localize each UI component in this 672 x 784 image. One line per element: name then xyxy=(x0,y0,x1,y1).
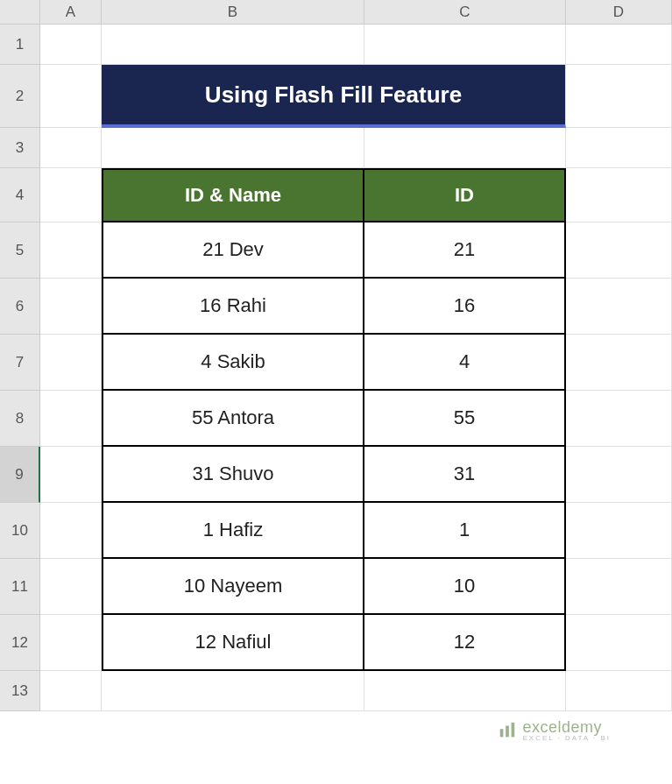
table-header-idname[interactable]: ID & Name xyxy=(102,168,364,222)
cell-idname[interactable]: 31 Shuvo xyxy=(102,447,364,503)
cell-b1[interactable] xyxy=(102,25,364,65)
watermark-tag: EXCEL · DATA · BI xyxy=(522,735,611,742)
row-headers: 1 2 3 4 5 6 7 8 9 10 11 12 13 xyxy=(0,25,40,711)
svg-rect-2 xyxy=(512,723,515,738)
grid-row-1 xyxy=(40,25,672,65)
row-header-1[interactable]: 1 xyxy=(0,25,40,65)
table-row: 10 Nayeem 10 xyxy=(40,559,672,615)
table-row: 21 Dev 21 xyxy=(40,222,672,279)
table-header-id[interactable]: ID xyxy=(364,168,566,222)
row-header-7[interactable]: 7 xyxy=(0,335,40,391)
cell-d8[interactable] xyxy=(566,391,672,447)
cell-idname[interactable]: 21 Dev xyxy=(102,222,364,279)
row-header-6[interactable]: 6 xyxy=(0,279,40,335)
watermark: exceldemy EXCEL · DATA · BI xyxy=(498,719,611,742)
cell-a1[interactable] xyxy=(40,25,102,65)
row-header-9[interactable]: 9 xyxy=(0,447,40,503)
cell-a10[interactable] xyxy=(40,503,102,559)
grid-row-3 xyxy=(40,128,672,168)
row-header-13[interactable]: 13 xyxy=(0,671,40,711)
cell-b13[interactable] xyxy=(102,671,364,711)
table-row: 1 Hafiz 1 xyxy=(40,503,672,559)
cell-id[interactable]: 16 xyxy=(364,279,566,335)
cell-d6[interactable] xyxy=(566,279,672,335)
cell-d1[interactable] xyxy=(566,25,672,65)
cell-d5[interactable] xyxy=(566,222,672,279)
table-row: 12 Nafiul 12 xyxy=(40,615,672,671)
cell-a13[interactable] xyxy=(40,671,102,711)
cell-id[interactable]: 55 xyxy=(364,391,566,447)
cell-a3[interactable] xyxy=(40,128,102,168)
cell-idname[interactable]: 12 Nafiul xyxy=(102,615,364,671)
spreadsheet: A B C D 1 2 3 4 5 6 7 8 9 10 11 12 13 Us… xyxy=(0,0,672,784)
table-row: 31 Shuvo 31 xyxy=(40,447,672,503)
table-row: 55 Antora 55 xyxy=(40,391,672,447)
grid-row-2: Using Flash Fill Feature xyxy=(40,65,672,128)
cell-c13[interactable] xyxy=(364,671,566,711)
cell-idname[interactable]: 10 Nayeem xyxy=(102,559,364,615)
row-header-3[interactable]: 3 xyxy=(0,128,40,168)
row-header-11[interactable]: 11 xyxy=(0,559,40,615)
cell-c1[interactable] xyxy=(364,25,566,65)
svg-rect-1 xyxy=(506,726,510,738)
cell-a8[interactable] xyxy=(40,391,102,447)
cell-idname[interactable]: 4 Sakib xyxy=(102,335,364,391)
cell-id[interactable]: 1 xyxy=(364,503,566,559)
row-header-2[interactable]: 2 xyxy=(0,65,40,128)
cell-idname[interactable]: 16 Rahi xyxy=(102,279,364,335)
cell-a12[interactable] xyxy=(40,615,102,671)
table-row: 16 Rahi 16 xyxy=(40,279,672,335)
cell-d3[interactable] xyxy=(566,128,672,168)
cell-idname[interactable]: 55 Antora xyxy=(102,391,364,447)
cell-a4[interactable] xyxy=(40,168,102,222)
cell-id[interactable]: 21 xyxy=(364,222,566,279)
cell-d12[interactable] xyxy=(566,615,672,671)
col-header-b[interactable]: B xyxy=(102,0,364,24)
logo-icon xyxy=(498,721,517,740)
row-header-8[interactable]: 8 xyxy=(0,391,40,447)
grid-area: Using Flash Fill Feature ID & Name ID 21… xyxy=(40,25,672,784)
svg-rect-0 xyxy=(500,729,504,737)
table-row: 4 Sakib 4 xyxy=(40,335,672,391)
cell-d4[interactable] xyxy=(566,168,672,222)
cell-d7[interactable] xyxy=(566,335,672,391)
cell-c3[interactable] xyxy=(364,128,566,168)
grid-row-13 xyxy=(40,671,672,711)
row-header-5[interactable]: 5 xyxy=(0,222,40,279)
grid-row-4: ID & Name ID xyxy=(40,168,672,222)
title-cell[interactable]: Using Flash Fill Feature xyxy=(102,65,566,128)
cell-d2[interactable] xyxy=(566,65,672,128)
col-header-c[interactable]: C xyxy=(364,0,566,24)
watermark-text: exceldemy EXCEL · DATA · BI xyxy=(522,719,611,742)
row-header-10[interactable]: 10 xyxy=(0,503,40,559)
cell-a7[interactable] xyxy=(40,335,102,391)
row-header-4[interactable]: 4 xyxy=(0,168,40,222)
cell-d11[interactable] xyxy=(566,559,672,615)
cell-id[interactable]: 12 xyxy=(364,615,566,671)
row-header-12[interactable]: 12 xyxy=(0,615,40,671)
cell-id[interactable]: 10 xyxy=(364,559,566,615)
col-header-d[interactable]: D xyxy=(566,0,672,24)
select-all-corner[interactable] xyxy=(0,0,40,25)
cell-a5[interactable] xyxy=(40,222,102,279)
cell-id[interactable]: 4 xyxy=(364,335,566,391)
cell-a11[interactable] xyxy=(40,559,102,615)
cell-idname[interactable]: 1 Hafiz xyxy=(102,503,364,559)
column-headers: A B C D xyxy=(40,0,672,25)
cell-id[interactable]: 31 xyxy=(364,447,566,503)
col-header-a[interactable]: A xyxy=(40,0,102,24)
cell-b3[interactable] xyxy=(102,128,364,168)
cell-d9[interactable] xyxy=(566,447,672,503)
cell-a6[interactable] xyxy=(40,279,102,335)
cell-d10[interactable] xyxy=(566,503,672,559)
cell-a2[interactable] xyxy=(40,65,102,128)
watermark-brand: exceldemy xyxy=(522,719,611,735)
cell-a9[interactable] xyxy=(40,447,102,503)
cell-d13[interactable] xyxy=(566,671,672,711)
